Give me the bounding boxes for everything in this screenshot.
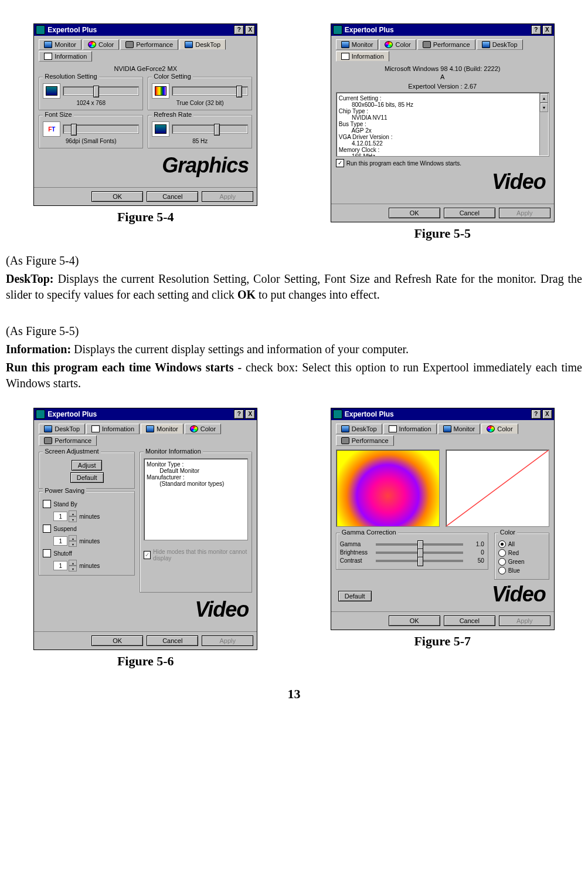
scrollbar[interactable]: ▴ ▾ [539,93,548,155]
tab-information[interactable]: Information [383,424,437,434]
app-icon [333,410,342,419]
radio-icon [498,558,506,566]
default-button[interactable]: Default [70,472,104,483]
group-title: Gamma Correction [340,529,398,536]
brightness-slider[interactable]: Brightness0 [340,549,484,556]
tab-desktop[interactable]: DeskTop [336,424,382,434]
tab-color[interactable]: Color [185,424,221,434]
radio-green[interactable]: Green [498,558,545,566]
monitor-info-group: Monitor Information Monitor Type : Defau… [140,452,252,593]
apply-button[interactable]: Apply [202,635,253,646]
group-title: Screen Adjustment [43,448,100,455]
hide-modes-checkbox: ✓ Hide modes that this monitor cannot di… [144,549,248,561]
ok-button[interactable]: OK [389,208,440,218]
gamma-curve [446,449,549,527]
monitor-info-list: Monitor Type : Default Monitor Manufactu… [144,458,248,540]
tab-performance[interactable]: Performance [39,435,97,446]
close-button[interactable]: X [245,25,255,35]
para-run: Run this program each time Windows start… [6,360,582,391]
help-button[interactable]: ? [531,25,541,35]
cancel-button[interactable]: Cancel [147,635,198,646]
help-button[interactable]: ? [531,410,541,419]
tab-information[interactable]: Information [86,424,140,434]
color-icon [487,425,495,432]
tab-performance[interactable]: Performance [120,39,178,50]
refresh-slider[interactable] [172,124,248,134]
tab-monitor[interactable]: Monitor [141,424,183,434]
apply-button[interactable]: Apply [499,615,550,626]
tab-performance[interactable]: Performance [336,435,394,446]
ok-button[interactable]: OK [91,191,143,202]
color-slider[interactable] [172,86,248,96]
spin-value: 1 [53,536,67,546]
cancel-button[interactable]: Cancel [444,615,495,626]
tab-desktop[interactable]: DeskTop [477,39,523,50]
group-title: Refresh Rate [152,111,193,118]
help-button[interactable]: ? [234,410,244,419]
doc-icon [389,425,397,432]
cancel-button[interactable]: Cancel [147,191,198,202]
title-bar: Expertool Plus ? X [34,24,257,36]
radio-blue[interactable]: Blue [498,567,545,574]
tab-information[interactable]: Information [336,51,389,62]
cancel-button[interactable]: Cancel [444,208,495,218]
run-on-start-checkbox[interactable]: ✓ Run this program each time Windows sta… [336,159,549,167]
close-button[interactable]: X [542,25,552,35]
close-button[interactable]: X [245,410,255,419]
radio-all[interactable]: All [498,540,545,548]
resolution-slider[interactable] [63,86,139,96]
tab-monitor[interactable]: Monitor [39,39,81,50]
tab-color[interactable]: Color [83,39,119,50]
spin-value: 1 [53,512,67,521]
adjust-button[interactable]: Adjust [72,460,103,471]
tab-desktop[interactable]: DeskTop [179,39,226,50]
close-button[interactable]: X [542,410,552,419]
default-button[interactable]: Default [338,591,372,601]
minutes-label: minutes [79,563,100,569]
tab-color[interactable]: Color [481,424,518,434]
tab-color[interactable]: Color [379,39,416,50]
suspend-spinner[interactable]: 1▴▾ [53,535,77,547]
tab-monitor[interactable]: Monitor [336,39,379,50]
suspend-checkbox[interactable]: Suspend [43,525,131,533]
standby-checkbox[interactable]: Stand By [43,500,131,508]
tab-label: Information [352,53,384,60]
contrast-slider[interactable]: Contrast50 [340,557,484,564]
tab-label: DeskTop [55,425,80,432]
fontsize-slider[interactable] [63,124,139,134]
dialog-fig56: Expertool Plus ? X DeskTop Information M… [33,408,257,650]
spin-up-icon[interactable]: ▴ [69,535,77,541]
spin-down-icon[interactable]: ▾ [69,566,77,571]
spin-down-icon[interactable]: ▾ [69,516,77,522]
dialog-fig57: Expertool Plus ? X DeskTop Information M… [331,408,555,630]
para-desktop: DeskTop: Displays the current Resolution… [6,271,582,303]
tab-monitor[interactable]: Monitor [438,424,481,434]
app-icon [36,25,45,35]
spin-up-icon[interactable]: ▴ [69,510,77,516]
apply-button[interactable]: Apply [202,191,253,202]
tab-desktop[interactable]: DeskTop [39,424,85,434]
brand-word: Video [336,167,549,199]
standby-spinner[interactable]: 1▴▾ [53,510,77,522]
info-listbox[interactable]: Current Setting : 800x600–16 bits, 85 Hz… [336,92,549,157]
desktop-icon [482,41,490,48]
tab-information[interactable]: Information [39,51,92,62]
shutoff-checkbox[interactable]: Shutoff [43,549,131,557]
ok-button[interactable]: OK [91,635,143,646]
scroll-up-icon[interactable]: ▴ [540,93,548,103]
scroll-down-icon[interactable]: ▾ [540,103,548,112]
resolution-icon [43,83,60,99]
ok-button[interactable]: OK [389,615,440,626]
info-heading: Information: [6,343,71,356]
radio-red[interactable]: Red [498,549,545,557]
spin-down-icon[interactable]: ▾ [69,541,77,547]
gamma-slider[interactable]: Gamma1.0 [340,541,484,547]
tab-performance[interactable]: Performance [417,39,475,50]
apply-button[interactable]: Apply [499,208,550,218]
shutoff-spinner[interactable]: 1▴▾ [53,560,77,571]
tab-label: DeskTop [195,41,220,48]
color-value: True Color (32 bit) [152,100,248,106]
spin-up-icon[interactable]: ▴ [69,560,77,566]
help-button[interactable]: ? [234,25,244,35]
minutes-label: minutes [79,538,100,544]
